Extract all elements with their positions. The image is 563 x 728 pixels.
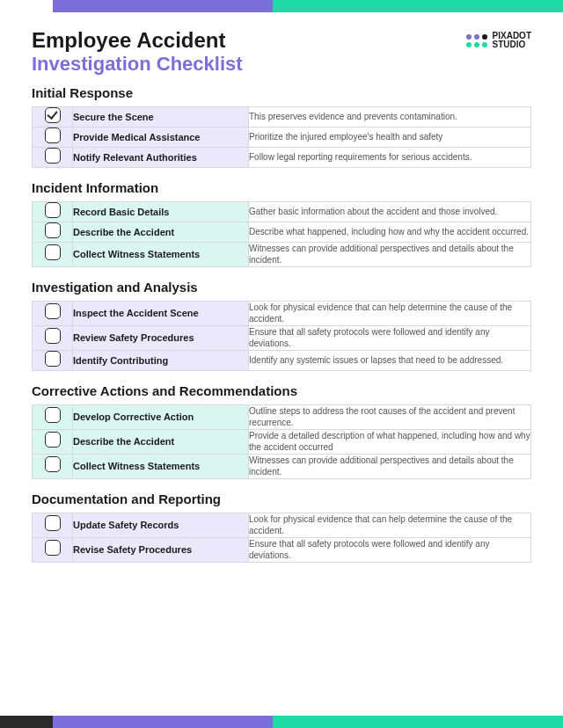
checkbox[interactable] bbox=[45, 222, 61, 238]
section-title: Investigation and Analysis bbox=[32, 280, 531, 295]
item-description: Provide a detailed description of what h… bbox=[249, 429, 531, 454]
table-row: Record Basic DetailsGather basic informa… bbox=[33, 201, 531, 222]
checkbox[interactable] bbox=[45, 515, 61, 531]
item-description: Look for physical evidence that can help… bbox=[249, 301, 531, 325]
section-title: Documentation and Reporting bbox=[32, 491, 531, 506]
checkbox-cell bbox=[33, 147, 73, 167]
checkbox[interactable] bbox=[45, 328, 61, 344]
item-label: Revise Safety Procedures bbox=[73, 537, 249, 562]
table-row: Secure the SceneThis preserves evidence … bbox=[33, 106, 531, 127]
checkbox-cell bbox=[33, 404, 73, 429]
section: Investigation and AnalysisInspect the Ac… bbox=[32, 280, 531, 371]
item-label: Update Safety Records bbox=[73, 513, 249, 537]
table-row: Describe the AccidentProvide a detailed … bbox=[33, 429, 531, 454]
checkbox-cell bbox=[33, 454, 73, 478]
item-label: Identify Contributing bbox=[73, 350, 249, 370]
checkbox-cell bbox=[33, 201, 73, 222]
item-label: Secure the Scene bbox=[73, 106, 249, 127]
checkbox[interactable] bbox=[45, 303, 61, 319]
table-row: Develop Corrective ActionOutline steps t… bbox=[33, 404, 531, 429]
checkbox-cell bbox=[33, 537, 73, 562]
section-title: Initial Response bbox=[32, 85, 531, 100]
checkbox-cell bbox=[33, 127, 73, 147]
item-description: Witnesses can provide additional perspec… bbox=[249, 454, 531, 478]
item-label: Collect Witness Statements bbox=[73, 242, 249, 266]
section-title: Corrective Actions and Recommendations bbox=[32, 383, 531, 398]
checkbox[interactable] bbox=[45, 244, 61, 260]
table-row: Collect Witness StatementsWitnesses can … bbox=[33, 454, 531, 478]
table-row: Inspect the Accident SceneLook for physi… bbox=[33, 301, 531, 325]
table-row: Update Safety RecordsLook for physical e… bbox=[33, 513, 531, 537]
item-label: Describe the Accident bbox=[73, 222, 249, 242]
checkbox-cell bbox=[33, 242, 73, 266]
item-description: Prioritize the injured employee's health… bbox=[249, 127, 531, 147]
item-description: Ensure that all safety protocols were fo… bbox=[249, 325, 531, 350]
item-label: Notify Relevant Authorities bbox=[73, 147, 249, 167]
page-content: Employee Accident Investigation Checklis… bbox=[0, 12, 563, 593]
checkbox[interactable] bbox=[45, 202, 61, 218]
item-label: Review Safety Procedures bbox=[73, 325, 249, 350]
item-description: Look for physical evidence that can help… bbox=[249, 513, 531, 537]
section: Initial ResponseSecure the SceneThis pre… bbox=[32, 85, 531, 168]
checkbox-cell bbox=[33, 325, 73, 350]
section: Incident InformationRecord Basic Details… bbox=[32, 180, 531, 267]
table-row: Describe the AccidentDescribe what happe… bbox=[33, 222, 531, 242]
item-description: Identify any systemic issues or lapses t… bbox=[249, 350, 531, 370]
checkbox[interactable] bbox=[45, 432, 61, 448]
section-title: Incident Information bbox=[32, 180, 531, 195]
checkbox-cell bbox=[33, 513, 73, 537]
item-description: Outline steps to address the root causes… bbox=[249, 404, 531, 429]
item-description: Ensure that all safety protocols were fo… bbox=[249, 537, 531, 562]
table-row: Identify ContributingIdentify any system… bbox=[33, 350, 531, 370]
checklist-table: Inspect the Accident SceneLook for physi… bbox=[32, 301, 531, 371]
checkbox-cell bbox=[33, 106, 73, 127]
checkbox-cell bbox=[33, 429, 73, 454]
checkbox[interactable] bbox=[45, 540, 61, 556]
checkbox[interactable] bbox=[45, 407, 61, 423]
checkbox[interactable] bbox=[45, 351, 61, 367]
item-label: Provide Medical Assistance bbox=[73, 127, 249, 147]
logo-dots-icon bbox=[466, 34, 487, 47]
checklist-table: Record Basic DetailsGather basic informa… bbox=[32, 201, 531, 267]
page-title-line1: Employee Accident bbox=[32, 28, 243, 53]
top-accent-bar bbox=[0, 0, 563, 12]
item-description: Gather basic information about the accid… bbox=[249, 201, 531, 222]
checklist-table: Develop Corrective ActionOutline steps t… bbox=[32, 404, 531, 479]
header: Employee Accident Investigation Checklis… bbox=[32, 28, 531, 75]
checkbox[interactable] bbox=[45, 148, 61, 164]
table-row: Review Safety ProceduresEnsure that all … bbox=[33, 325, 531, 350]
checkbox[interactable] bbox=[45, 107, 61, 123]
table-row: Revise Safety ProceduresEnsure that all … bbox=[33, 537, 531, 562]
table-row: Provide Medical AssistancePrioritize the… bbox=[33, 127, 531, 147]
item-description: This preserves evidence and prevents con… bbox=[249, 106, 531, 127]
item-description: Witnesses can provide additional perspec… bbox=[249, 242, 531, 266]
table-row: Collect Witness StatementsWitnesses can … bbox=[33, 242, 531, 266]
brand-logo: PIXADOT STUDIO bbox=[466, 32, 531, 49]
checkbox-cell bbox=[33, 350, 73, 370]
checkbox[interactable] bbox=[45, 127, 61, 143]
checklist-table: Update Safety RecordsLook for physical e… bbox=[32, 513, 531, 563]
item-description: Follow legal reporting requirements for … bbox=[249, 147, 531, 167]
checklist-table: Secure the SceneThis preserves evidence … bbox=[32, 106, 531, 168]
page-title-line2: Investigation Checklist bbox=[32, 53, 243, 75]
item-label: Describe the Accident bbox=[73, 429, 249, 454]
checkbox-cell bbox=[33, 301, 73, 325]
item-label: Develop Corrective Action bbox=[73, 404, 249, 429]
item-label: Collect Witness Statements bbox=[73, 454, 249, 478]
checkbox[interactable] bbox=[45, 456, 61, 472]
item-description: Describe what happened, including how an… bbox=[249, 222, 531, 242]
item-label: Inspect the Accident Scene bbox=[73, 301, 249, 325]
checkbox-cell bbox=[33, 222, 73, 242]
table-row: Notify Relevant AuthoritiesFollow legal … bbox=[33, 147, 531, 167]
bottom-accent-bar bbox=[0, 716, 563, 728]
item-label: Record Basic Details bbox=[73, 201, 249, 222]
section: Documentation and ReportingUpdate Safety… bbox=[32, 491, 531, 563]
section: Corrective Actions and RecommendationsDe… bbox=[32, 383, 531, 479]
title-block: Employee Accident Investigation Checklis… bbox=[32, 28, 243, 75]
brand-name: PIXADOT STUDIO bbox=[493, 32, 531, 49]
